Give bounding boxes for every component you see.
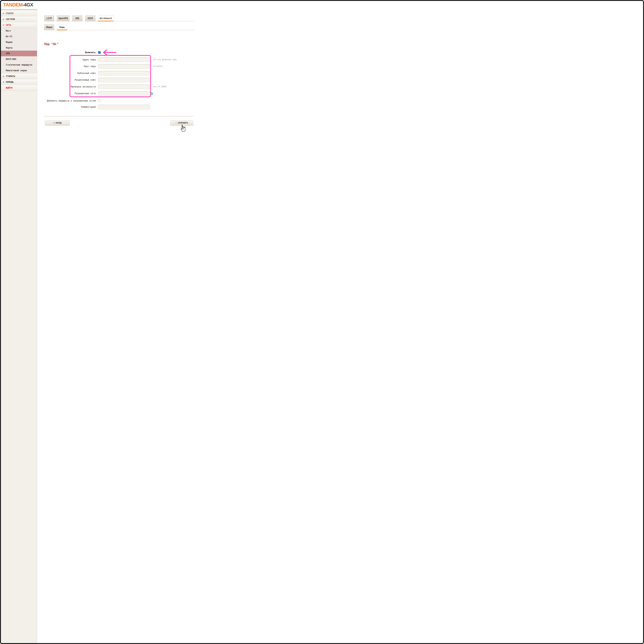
triangle-right-icon <box>3 16 4 22</box>
app-frame: TANDEM-4GX СТАТУС СИСТЕМА СЕТЬ Мост Wi-F… <box>0 0 202 139</box>
sidebar-item-dhcp-dns[interactable]: DHCP/DNS <box>1 56 37 62</box>
sidebar-item-label: СИСТЕМА <box>6 18 15 20</box>
sidebar-item-static-routes[interactable]: Статические маршруты <box>1 62 37 68</box>
logo-model: -4GX <box>23 2 33 7</box>
sidebar-item-label: СЕТЬ <box>6 24 11 26</box>
triangle-right-icon <box>3 79 4 85</box>
triangle-right-icon <box>3 11 4 16</box>
sidebar-item-system[interactable]: СИСТЕМА <box>1 16 37 22</box>
field-label: Разрешенные сети <box>45 91 96 96</box>
preshared-key-input[interactable] <box>98 78 150 82</box>
enable-checkbox[interactable] <box>98 51 101 54</box>
public-key-input[interactable] <box>98 71 150 75</box>
add-routes-checkbox[interactable] <box>98 99 101 101</box>
sidebar: СТАТУС СИСТЕМА СЕТЬ Мост Wi-Fi Модем Пор… <box>1 9 37 139</box>
tab-gre[interactable]: GRE <box>72 15 82 21</box>
sidebar-item-help[interactable]: ПОМОЩЬ <box>1 79 37 85</box>
page-title: Пир "NL" <box>44 42 58 46</box>
add-network-icon[interactable] <box>150 92 153 95</box>
sidebar-item-firewall[interactable]: Межсетевой экран <box>1 68 37 73</box>
sidebar-item-ports[interactable]: Порты <box>1 45 37 51</box>
add-routes-label: Добавить маршруты к разрешенным сетям <box>45 99 96 103</box>
tab-general[interactable]: Общие <box>44 24 54 30</box>
field-label: Разделяемый ключ <box>45 78 96 82</box>
sidebar-submenu-network: Мост Wi-Fi Модем Порты VPN DHCP/DNS Стат… <box>1 28 37 73</box>
sidebar-item-status[interactable]: СТАТУС <box>1 11 37 16</box>
field-label: Публичный ключ <box>45 71 96 75</box>
sidebar-item-network[interactable]: СЕТЬ <box>1 22 37 28</box>
sidebar-item-bridge[interactable]: Мост <box>1 28 37 34</box>
annotation-arrow-icon <box>101 49 117 55</box>
hand-cursor-icon <box>180 125 185 132</box>
enable-label: Включить <box>45 50 96 55</box>
field-label: Порт пира <box>45 64 96 69</box>
sidebar-item-modem[interactable]: Модем <box>1 39 37 45</box>
peer-address-input[interactable] <box>98 57 150 62</box>
triangle-right-icon <box>3 73 4 79</box>
sidebar-item-label: СТАТУС <box>6 12 14 15</box>
sidebar-item-logout[interactable]: ВЫЙТИ <box>1 85 37 91</box>
divider <box>44 116 194 116</box>
back-button[interactable]: < НАЗАД <box>45 120 70 125</box>
main-content: L2TP OpenVPN GRE EOIP WireGuard Общие Пи… <box>37 9 202 139</box>
tab-wireguard[interactable]: WireGuard <box>98 15 113 21</box>
vpn-tabs: L2TP OpenVPN GRE EOIP WireGuard <box>44 15 194 21</box>
sidebar-item-wifi[interactable]: Wi-Fi <box>1 34 37 39</box>
triangle-right-icon <box>3 22 4 28</box>
tab-openvpn[interactable]: OpenVPN <box>57 15 70 21</box>
tab-eoip[interactable]: EOIP <box>85 15 95 21</box>
sidebar-item-vpn[interactable]: VPN <box>1 51 37 56</box>
allowed-networks-input[interactable] <box>98 91 150 96</box>
sidebar-item-utilities[interactable]: УТИЛИТЫ <box>1 73 37 79</box>
field-hint: (IP или Доменное имя) <box>153 57 177 62</box>
comment-label: Комментарий <box>45 105 96 109</box>
logo-brand: TANDEM <box>3 2 23 7</box>
wireguard-subtabs: Общие Пиры <box>44 24 194 30</box>
comment-input[interactable] <box>98 105 150 109</box>
field-label: Адрес пира <box>45 57 96 62</box>
field-hint: сек,(0-1000) <box>153 84 167 89</box>
field-label: Проверка активности <box>45 84 96 89</box>
sidebar-item-label: УТИЛИТЫ <box>6 75 15 78</box>
field-hint: (0-65535) <box>153 64 163 69</box>
save-button[interactable]: ✓ СОХРАНИТЬ <box>170 120 193 125</box>
tab-peers[interactable]: Пиры <box>57 24 67 30</box>
sidebar-item-label: ПОМОЩЬ <box>6 81 14 83</box>
logo: TANDEM-4GX <box>3 2 33 8</box>
tab-l2tp[interactable]: L2TP <box>44 15 54 21</box>
header: TANDEM-4GX <box>1 1 202 9</box>
peer-port-input[interactable] <box>98 64 150 69</box>
keepalive-input[interactable] <box>98 84 150 89</box>
